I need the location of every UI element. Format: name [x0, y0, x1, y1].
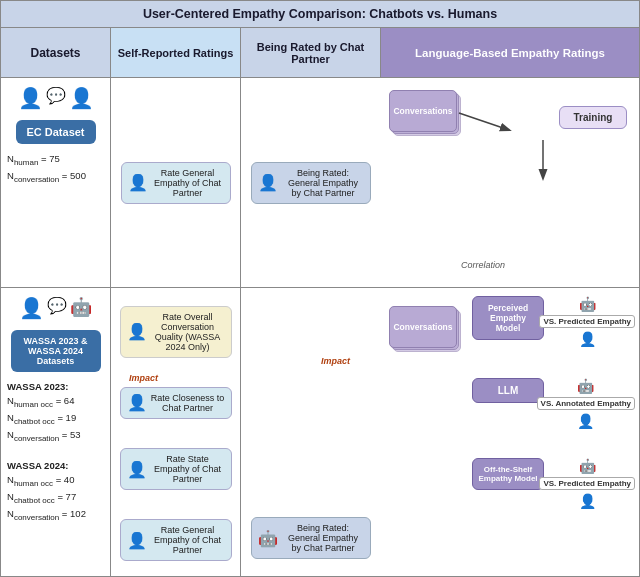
impact-label-overlay: Impact [321, 356, 350, 366]
chat-icon-1: 💬 [46, 86, 66, 110]
rate-closeness-wassa: 👤 Rate Closeness to Chat Partner [120, 387, 232, 419]
col-header-datasets: Datasets [1, 28, 111, 77]
wassa-stats: WASSA 2023: Nhuman occ = 64 Nchatbot occ… [5, 380, 86, 524]
person-rate-icon: 👤 [128, 173, 148, 192]
person-rate-icon-4: 👤 [127, 460, 147, 479]
wassa-being-rated-box: 🤖 Being Rated: General Empathy by Chat P… [251, 517, 371, 559]
ec-dataset-section: 👤 💬 👤 EC Dataset Nhuman = 75 Nconversati… [1, 78, 110, 288]
person-rate-icon-3: 👤 [127, 393, 147, 412]
person-vs-icon-1: 👤 [579, 331, 596, 347]
rate-general-wassa: 👤 Rate General Empathy of Chat Partner [120, 519, 232, 561]
off-shelf-model: Off-the-Shelf Empathy Model [472, 458, 544, 490]
training-box: Training [559, 106, 627, 129]
wassa-icon-row: 👤 💬 🤖 [19, 296, 92, 320]
conv-card-wassa-front: Conversations [389, 306, 457, 348]
svg-line-0 [459, 113, 509, 130]
ec-being-rated-box: 👤 Being Rated: General Empathy by Chat P… [251, 162, 371, 204]
self-reported-column: 👤 Rate General Empathy of Chat Partner 👤… [111, 78, 241, 577]
right-ec-section: Conversations Training [381, 78, 639, 288]
title-bar: User-Centered Empathy Comparison: Chatbo… [1, 1, 639, 28]
ec-icon-row: 👤 💬 👤 [18, 86, 94, 110]
wassa-dataset-section: 👤 💬 🤖 WASSA 2023 & WASSA 2024 Datasets W… [1, 288, 110, 577]
correlation-label: Correlation [461, 260, 505, 270]
column-headers: Datasets Self-Reported Ratings Being Rat… [1, 28, 639, 78]
llm-box: LLM [472, 378, 544, 403]
person-vs-icon-2: 👤 [577, 413, 594, 429]
vs-predicted-top: 🤖 VS. Predicted Empathy 👤 [539, 296, 635, 347]
col-header-self-reported: Self-Reported Ratings [111, 28, 241, 77]
person-being-icon: 👤 [258, 173, 278, 192]
person-rate-icon-2: 👤 [127, 322, 147, 341]
wassa-being-rated: Impact 🤖 Being Rated: General Empathy by… [241, 288, 381, 577]
robot-vs-icon-3: 🤖 [579, 458, 596, 474]
robot-vs-icon-1: 🤖 [579, 296, 596, 312]
impact-label: Impact [129, 373, 158, 383]
robot-being-icon: 🤖 [258, 529, 278, 548]
vs-annotated: 🤖 VS. Annotated Empathy 👤 [537, 378, 635, 429]
left-datasets-column: 👤 💬 👤 EC Dataset Nhuman = 75 Nconversati… [1, 78, 111, 577]
person-icon-3: 👤 [19, 296, 44, 320]
robot-icon-1: 🤖 [70, 296, 92, 320]
wassa-dataset-box: WASSA 2023 & WASSA 2024 Datasets [11, 330, 101, 372]
chat-icon-2: 💬 [47, 296, 67, 320]
conv-card-front-ec: Conversations [389, 90, 457, 132]
perceived-empathy-model: Perceived Empathy Model [472, 296, 544, 340]
vs-predicted-bottom: 🤖 VS. Predicted Empathy 👤 [539, 458, 635, 509]
ec-stats: Nhuman = 75 Nconversation = 500 [5, 152, 86, 186]
col-header-language-based: Language-Based Empathy Ratings [381, 28, 639, 77]
rate-general-ec: 👤 Rate General Empathy of Chat Partner [121, 162, 231, 204]
content-area: 👤 💬 👤 EC Dataset Nhuman = 75 Nconversati… [1, 78, 639, 577]
person-icon-2: 👤 [69, 86, 94, 110]
robot-vs-icon-2: 🤖 [577, 378, 594, 394]
ec-self-reported: 👤 Rate General Empathy of Chat Partner [111, 78, 240, 288]
ec-being-rated: 👤 Being Rated: General Empathy by Chat P… [241, 78, 381, 288]
main-title: User-Centered Empathy Comparison: Chatbo… [143, 7, 497, 21]
person-vs-icon-3: 👤 [579, 493, 596, 509]
rate-overall-wassa: 👤 Rate Overall Conversation Quality (WAS… [120, 306, 232, 358]
col-header-being-rated: Being Rated by Chat Partner [241, 28, 381, 77]
ec-dataset-box: EC Dataset [16, 120, 96, 144]
main-container: User-Centered Empathy Comparison: Chatbo… [0, 0, 640, 577]
being-rated-column: 👤 Being Rated: General Empathy by Chat P… [241, 78, 381, 577]
rate-state-wassa: 👤 Rate State Empathy of Chat Partner [120, 448, 232, 490]
language-based-area: Conversations Training [381, 78, 639, 577]
wassa-self-reported: 👤 Rate Overall Conversation Quality (WAS… [111, 288, 240, 577]
person-rate-icon-5: 👤 [127, 531, 147, 550]
person-icon-1: 👤 [18, 86, 43, 110]
